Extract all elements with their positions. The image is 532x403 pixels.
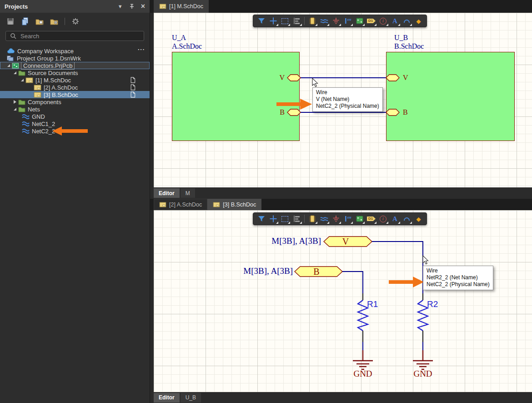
- align-tool-button[interactable]: [291, 15, 302, 26]
- place-text-button[interactable]: A: [389, 213, 401, 224]
- collapse-icon[interactable]: [14, 100, 16, 104]
- tree-item-nets[interactable]: Nets: [0, 106, 150, 113]
- resistor-r1[interactable]: [358, 293, 368, 350]
- compile-button[interactable]: [20, 16, 30, 26]
- subtab-editor[interactable]: Editor: [154, 188, 180, 198]
- expand-icon[interactable]: [14, 108, 16, 111]
- place-sheet-symbol-button[interactable]: [354, 213, 365, 224]
- select-tool-button[interactable]: [279, 15, 291, 26]
- port-icon: D1: [367, 18, 376, 24]
- select-tool-button[interactable]: [279, 213, 291, 224]
- move-tool-button[interactable]: [267, 213, 279, 224]
- place-parameter-button[interactable]: ◆: [413, 15, 424, 26]
- place-text-button[interactable]: A: [389, 15, 401, 26]
- sheet-entry-v-ua[interactable]: [287, 75, 301, 81]
- sheet-entry-v-ub[interactable]: [386, 75, 399, 81]
- tree-item-company-workspace[interactable]: Company Workspace ···: [0, 47, 150, 55]
- tree-item-project-group[interactable]: Project Group 1.DsnWrk: [0, 55, 150, 62]
- port-b-name: B: [295, 267, 338, 277]
- toolbar-separator: [304, 17, 305, 25]
- folder-icon: [18, 99, 25, 105]
- place-no-erc-button[interactable]: i: [377, 15, 389, 26]
- filter-icon: [257, 16, 266, 25]
- toolbar-separator: [304, 215, 305, 223]
- place-parameter-button[interactable]: ◆: [413, 213, 424, 224]
- subtab-editor[interactable]: Editor: [154, 393, 180, 403]
- sheet-entry-b-ub[interactable]: [386, 109, 399, 116]
- tree-item-net-gnd[interactable]: GND: [0, 113, 150, 120]
- search-input[interactable]: [5, 31, 144, 41]
- align-tool-button[interactable]: [291, 213, 302, 224]
- wire-icon: [320, 16, 329, 25]
- gnd-power-port-1[interactable]: [353, 350, 373, 369]
- move-tool-button[interactable]: [267, 15, 279, 26]
- document-state-icon: [130, 84, 136, 91]
- place-component-button[interactable]: [306, 213, 318, 224]
- expand-icon[interactable]: [14, 71, 16, 74]
- wire-icon: [320, 214, 329, 223]
- filter-tool-button[interactable]: [256, 15, 267, 26]
- port-v-name: V: [324, 237, 367, 247]
- explore-project-button[interactable]: [35, 16, 45, 26]
- gear-icon: [71, 17, 80, 26]
- tree-item-components[interactable]: Components: [0, 98, 150, 106]
- crosshair-icon: [269, 16, 278, 25]
- tab-b-schdoc[interactable]: [3] B.SchDoc: [207, 199, 261, 210]
- pcb-project-icon: [12, 63, 19, 69]
- documents-icon: [20, 17, 30, 26]
- place-arc-button[interactable]: [401, 15, 412, 26]
- place-power-port-button[interactable]: [342, 15, 353, 26]
- place-gnd-button[interactable]: [330, 213, 341, 224]
- folder-gear-icon: [50, 17, 59, 26]
- tree-item-b-schdoc[interactable]: [3] B.SchDoc: [0, 91, 150, 98]
- place-wire-button[interactable]: [318, 15, 330, 26]
- schematic-view-m[interactable]: D1 i A ◆ U_A A.SchDoc U_B B.SchDoc V B V…: [154, 13, 532, 187]
- tree-item-label: GND: [32, 113, 45, 120]
- place-no-erc-button[interactable]: i: [377, 213, 389, 224]
- place-port-button[interactable]: D1: [366, 213, 377, 224]
- subtab-m[interactable]: M: [181, 188, 195, 198]
- expand-icon[interactable]: [21, 79, 24, 81]
- place-power-port-button[interactable]: [342, 213, 353, 224]
- document-state-icon: [130, 77, 136, 83]
- panel-close-button[interactable]: ×: [141, 3, 145, 10]
- search-icon: [10, 33, 16, 39]
- resistor-r2[interactable]: [418, 293, 428, 350]
- tree-item-m-schdoc[interactable]: [1] M.SchDoc: [0, 76, 150, 84]
- tree-item-source-documents[interactable]: Source Documents: [0, 69, 150, 76]
- ground-icon: [331, 16, 341, 25]
- gnd-power-port-2[interactable]: [413, 350, 433, 369]
- tree-item-label: [3] B.SchDoc: [44, 91, 78, 98]
- save-button[interactable]: [5, 16, 15, 26]
- tree-item-net-netc2-2[interactable]: NetC2_2: [0, 127, 150, 135]
- panel-pin-button[interactable]: [128, 3, 136, 10]
- panel-dropdown-button[interactable]: ▼: [118, 4, 123, 9]
- tab-a-schdoc[interactable]: [2] A.SchDoc: [154, 199, 207, 210]
- expand-icon[interactable]: [7, 64, 10, 67]
- net-icon: [22, 128, 30, 134]
- project-options-button[interactable]: [49, 16, 59, 26]
- subtab-ub[interactable]: U_B: [181, 393, 201, 403]
- place-component-button[interactable]: [306, 15, 318, 26]
- place-gnd-button[interactable]: [330, 15, 341, 26]
- schematic-view-b[interactable]: D1 i A ◆ M[3B], A[3B] M[3B], A[3B] V B R…: [154, 210, 532, 392]
- projects-tree: Company Workspace ··· Project Group 1.Ds…: [0, 47, 150, 135]
- tooltip-line: NetC2_2 (Physical Name): [427, 281, 490, 288]
- wire-netr1-2[interactable]: [342, 272, 363, 293]
- place-port-button[interactable]: D1: [366, 15, 377, 26]
- workspace-more-button[interactable]: ···: [138, 46, 145, 53]
- annotation-arrow-right-icon: [389, 277, 424, 287]
- tree-item-a-schdoc[interactable]: [2] A.SchDoc: [0, 84, 150, 91]
- place-arc-button[interactable]: [401, 213, 412, 224]
- schematic-sheet-icon: [34, 85, 41, 91]
- tooltip-line: NetR2_2 (Net Name): [427, 274, 490, 281]
- sheet-entry-b-ua[interactable]: [287, 109, 301, 116]
- close-icon: ×: [141, 3, 145, 10]
- schematic-sheet-icon: [159, 202, 166, 207]
- place-wire-button[interactable]: [318, 213, 330, 224]
- panel-settings-button[interactable]: [70, 16, 80, 26]
- place-sheet-symbol-button[interactable]: [354, 15, 365, 26]
- filter-tool-button[interactable]: [256, 213, 267, 224]
- tab-m-schdoc[interactable]: [1] M.SchDoc: [154, 0, 209, 13]
- tree-item-connectors-project[interactable]: Connectors.PrjPcb: [0, 62, 150, 69]
